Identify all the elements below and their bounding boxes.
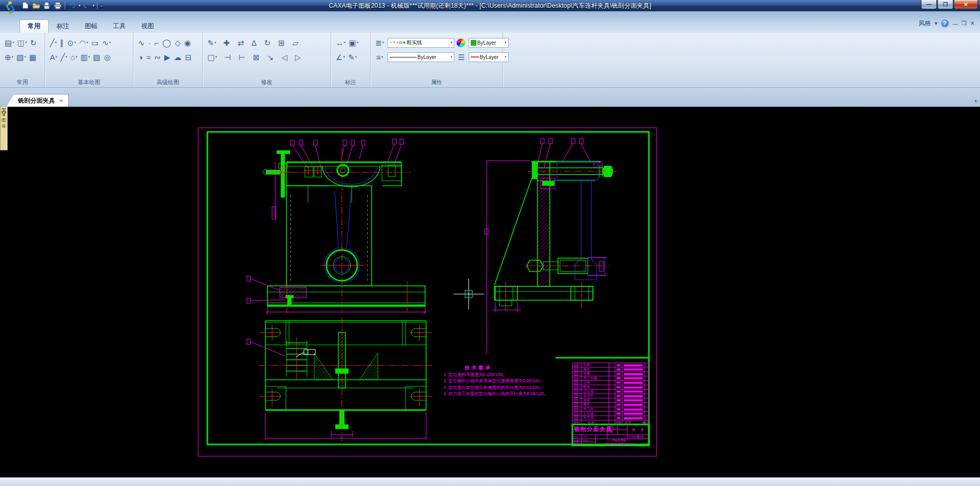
window-title: CAXA电子图板2013 - 机械版***试用期(还剩18天)*** - [C:… xyxy=(329,2,651,10)
open-file-icon[interactable] xyxy=(31,1,41,10)
group-label: 标注 xyxy=(331,79,370,86)
array-icon[interactable]: ⊞ xyxy=(277,36,286,49)
layer-combo[interactable]: ●✳▪▤■ 粗实线 ▾ xyxy=(388,38,454,48)
customize-quick-access-icon[interactable]: ⌄ xyxy=(100,4,103,8)
double-polyline-icon[interactable]: ∾ xyxy=(153,51,162,63)
ribbon-tab[interactable]: 常用 xyxy=(20,20,49,33)
parallel-line-icon[interactable]: ∥ xyxy=(59,36,66,49)
document-tab[interactable]: 铣剖分面夹具 ✕ xyxy=(6,94,69,107)
print-icon[interactable] xyxy=(53,1,62,10)
erase-icon[interactable]: ✎▾ xyxy=(206,36,217,49)
linetype-combo[interactable]: ByLayer ▾ xyxy=(388,52,454,62)
redo-icon[interactable] xyxy=(82,1,91,10)
move-icon[interactable]: ✚ xyxy=(222,36,232,49)
detail-view-icon[interactable]: ◎ xyxy=(103,51,112,63)
minimize-button[interactable]: — xyxy=(921,0,937,9)
linetype-sample xyxy=(390,57,416,57)
hole-axis-icon[interactable]: ⊟ xyxy=(184,51,193,63)
display-icon[interactable]: ▦ xyxy=(28,51,38,63)
undo-caret-icon[interactable]: ▾ xyxy=(79,4,81,8)
restore-button[interactable]: ❐ xyxy=(937,0,953,9)
ribbon-tab[interactable]: 视图 xyxy=(133,20,162,33)
angle-dim-icon[interactable]: ∠▾ xyxy=(335,51,346,63)
curve-icon[interactable]: ∿ xyxy=(137,36,146,49)
point-icon[interactable]: · xyxy=(147,36,152,49)
lineweight-sample xyxy=(471,56,479,57)
stretch-icon[interactable]: ↘ xyxy=(266,51,275,63)
window-controls: — ❐ ✕ xyxy=(920,0,978,9)
extend-icon[interactable]: ⊢ xyxy=(238,51,247,63)
scale-icon[interactable]: ⊠ xyxy=(252,51,261,63)
group-label: 高级绘图 xyxy=(133,79,202,86)
layer-combo-caret-icon: ▾ xyxy=(451,41,453,45)
color-combo[interactable]: ByLayer ▾ xyxy=(469,38,509,48)
concentric-icon[interactable]: ◉ xyxy=(183,36,193,49)
ribbon-tab[interactable]: 标注 xyxy=(49,20,77,33)
paste-icon[interactable]: ▤▾ xyxy=(4,36,15,49)
color-wheel-icon[interactable] xyxy=(456,38,465,47)
close-button[interactable]: ✕ xyxy=(954,0,978,9)
table-icon[interactable]: ▥▾ xyxy=(80,51,91,63)
ellipse-icon[interactable]: ◯ xyxy=(161,36,172,49)
clamp-icon xyxy=(1,108,7,116)
dim-edit-icon[interactable]: ✎▾ xyxy=(347,51,358,63)
doc-close-button[interactable]: ✕ xyxy=(970,20,975,27)
library-panel-strip[interactable]: 图 库 xyxy=(0,106,8,150)
save-icon[interactable] xyxy=(42,1,51,10)
text-icon[interactable]: A▾ xyxy=(49,51,59,63)
circle-icon[interactable]: ⊙▾ xyxy=(66,36,77,49)
coordinate-dim-icon[interactable]: ▣▾ xyxy=(348,36,360,49)
fillet-icon[interactable]: ▷ xyxy=(294,51,303,63)
new-file-icon[interactable] xyxy=(21,1,30,10)
rectangle-icon[interactable]: ▭ xyxy=(90,36,100,49)
refresh-view-icon[interactable]: ↻ xyxy=(29,36,38,49)
arrow-icon[interactable]: ▶ xyxy=(163,51,172,63)
undo-icon[interactable] xyxy=(68,1,77,10)
copy-translate-icon[interactable]: ⇄ xyxy=(237,36,246,49)
tab-overflow-caret-icon[interactable]: ▾ xyxy=(974,99,977,104)
ribbon-tab[interactable]: 图幅 xyxy=(77,20,105,33)
layer-settings-icon[interactable]: ≣▾ xyxy=(374,36,385,49)
doc-minimize-button[interactable]: — xyxy=(952,21,958,27)
dimension-icon[interactable]: ↔▾ xyxy=(335,36,347,49)
rotate-icon[interactable]: ↻ xyxy=(263,36,272,49)
document-tab-close-icon[interactable]: ✕ xyxy=(59,98,63,104)
redo-caret-icon[interactable]: ▾ xyxy=(93,4,95,8)
caxa-logo-icon[interactable] xyxy=(4,1,17,15)
new-view-icon[interactable]: ▧▾ xyxy=(15,51,27,63)
trim-icon[interactable]: ⊣ xyxy=(223,51,233,63)
formula-curve-icon[interactable]: ⌐ xyxy=(153,36,161,49)
arc-icon[interactable]: ◠▾ xyxy=(78,36,89,49)
mirror-icon[interactable]: ∆ xyxy=(251,36,258,49)
spline-icon[interactable]: ∿▾ xyxy=(101,36,112,49)
centerline-icon[interactable]: ╱▾ xyxy=(60,51,69,63)
style-menu-caret-icon[interactable]: ▾ xyxy=(934,20,937,27)
contour-icon[interactable]: ◑ xyxy=(137,51,144,63)
linetype-icon[interactable]: ≡▾ xyxy=(374,51,385,63)
chamfer-icon[interactable]: ◁ xyxy=(280,51,289,63)
hatch-icon[interactable]: ▨ xyxy=(92,51,102,63)
line-icon[interactable]: ╱▾ xyxy=(49,36,58,49)
wave-line-icon[interactable]: ≈ xyxy=(145,51,152,63)
title-block-grid xyxy=(572,424,649,445)
color-swatch xyxy=(471,40,476,46)
block-icon[interactable]: ⌂▾ xyxy=(69,51,79,63)
lineweight-icon[interactable]: ☰ xyxy=(457,51,466,63)
spring xyxy=(286,338,307,380)
zoom-icon[interactable]: ⊕▾ xyxy=(4,51,14,63)
doc-restore-button[interactable]: ❐ xyxy=(962,20,967,27)
style-menu[interactable]: 风格 xyxy=(918,19,931,28)
cad-drawing[interactable]: .g{stroke:#00e400;fill:none;stroke-width… xyxy=(0,106,980,478)
revision-cloud-icon[interactable]: ☁ xyxy=(172,51,183,63)
lineweight-combo[interactable]: ByLayer ▾ xyxy=(469,52,509,62)
ribbon-group-dimension: ↔▾▣▾ ∠▾✎▾ 标注 xyxy=(331,33,371,87)
polygon-icon[interactable]: ◇ xyxy=(174,36,182,49)
properties-brush-icon[interactable]: ▱ xyxy=(292,36,300,49)
document-tab-bar: 铣剖分面夹具 ✕ ▾ xyxy=(0,87,980,107)
status-bar xyxy=(0,477,980,486)
ribbon-tab[interactable]: 工具 xyxy=(105,20,133,33)
pick-edit-icon[interactable]: ▢▾ xyxy=(206,51,218,63)
ribbon-group-advanced-draw: ∿·⌐◯◇◉ ◑≈∾▶☁⊟ 高级绘图 xyxy=(133,33,203,87)
help-icon[interactable]: ? xyxy=(941,20,949,27)
copy-icon[interactable]: ◫▾ xyxy=(16,36,28,49)
